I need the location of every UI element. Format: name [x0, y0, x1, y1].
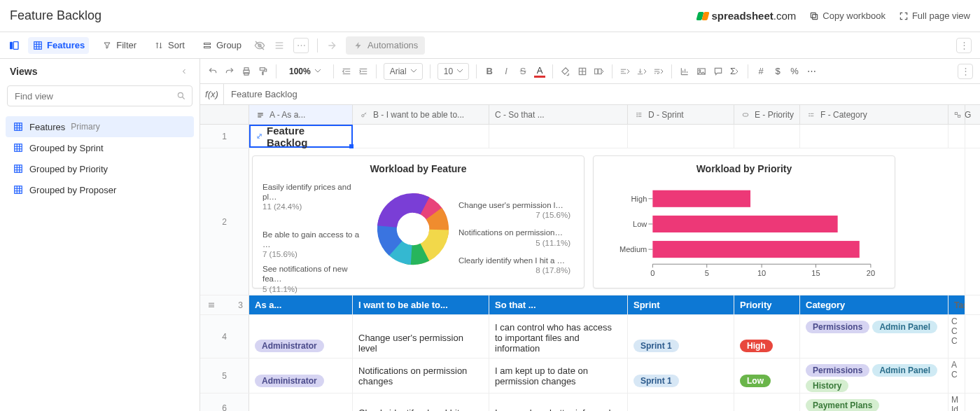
toolbar-more-icon[interactable]: ⋮	[956, 38, 972, 53]
table-header[interactable]: So that ...	[489, 295, 628, 314]
cell[interactable]: Notifications on permission changes	[353, 358, 489, 393]
bold-icon[interactable]: B	[484, 66, 495, 77]
cell[interactable]: Change user's permission level	[353, 315, 489, 358]
cell[interactable]	[249, 393, 353, 411]
indent-increase-icon[interactable]	[358, 66, 369, 77]
cell[interactable]: Clearly identify when I hit a	[353, 393, 489, 411]
cell[interactable]: AC	[948, 358, 965, 393]
column-header-f[interactable]: F - Category	[800, 105, 948, 124]
cell[interactable]: I can control who has access to importan…	[489, 315, 628, 358]
brand-logo[interactable]: spreadsheet.com	[697, 10, 796, 22]
cell[interactable]	[489, 125, 628, 148]
column-header-a[interactable]: A - As a...	[249, 105, 353, 124]
collapse-sidebar-icon[interactable]	[178, 66, 190, 77]
zoom-select[interactable]: 100%	[284, 63, 326, 80]
row-number[interactable]: 4	[200, 315, 249, 358]
redo-icon[interactable]	[224, 66, 235, 77]
merge-cells-icon[interactable]	[594, 66, 605, 77]
row-height-icon[interactable]	[274, 40, 285, 51]
more-options-icon[interactable]: ⋯	[293, 38, 309, 53]
hash-icon[interactable]: #	[755, 66, 766, 77]
filter-button[interactable]: Filter	[97, 37, 141, 54]
column-header-g[interactable]: G	[948, 105, 965, 124]
full-page-view-button[interactable]: Full page view	[898, 11, 970, 22]
fx-value[interactable]: Feature Backlog	[224, 89, 980, 99]
sidebar-item-grouped-proposer[interactable]: Grouped by Proposer	[6, 179, 194, 200]
cell[interactable]: MId	[948, 393, 965, 411]
table-header[interactable]: As a...	[249, 295, 353, 314]
cell[interactable]: Sprint 1	[628, 315, 734, 358]
column-header-c[interactable]: C - So that ...	[489, 105, 628, 124]
sidebar-item-grouped-sprint[interactable]: Grouped by Sprint	[6, 137, 194, 158]
cell[interactable]	[628, 125, 734, 148]
copy-workbook-button[interactable]: Copy workbook	[808, 11, 886, 22]
fill-color-icon[interactable]	[560, 66, 571, 77]
undo-icon[interactable]	[207, 66, 218, 77]
font-select[interactable]: Arial	[384, 63, 423, 80]
cell[interactable]	[800, 125, 948, 148]
column-header-d[interactable]: D - Sprint	[628, 105, 734, 124]
table-header[interactable]: Sprint	[628, 295, 734, 314]
action-icon[interactable]	[326, 40, 337, 51]
row-number[interactable]: 3	[200, 295, 249, 314]
find-view-input[interactable]	[7, 85, 192, 106]
wrap-icon[interactable]	[653, 66, 664, 77]
column-header-b[interactable]: B - I want to be able to...	[353, 105, 489, 124]
chart-icon[interactable]	[679, 66, 690, 77]
row-number[interactable]: 1	[200, 125, 249, 148]
cell[interactable]	[734, 393, 800, 411]
image-icon[interactable]	[696, 66, 707, 77]
cell[interactable]: I am kept up to date on permission chang…	[489, 358, 628, 393]
cell[interactable]: I can make a better informed	[489, 393, 628, 411]
cell[interactable]	[628, 393, 734, 411]
cell[interactable]: Administrator	[249, 315, 353, 358]
sidebar-item-grouped-priority[interactable]: Grouped by Priority	[6, 158, 194, 179]
sigma-icon[interactable]: Σ	[729, 66, 741, 77]
cell[interactable]: Payment Plans	[800, 393, 948, 411]
table-header[interactable]: Tas	[948, 295, 965, 314]
table-header[interactable]: Priority	[734, 295, 800, 314]
strikethrough-icon[interactable]: S	[517, 66, 528, 77]
row-number[interactable]: 5	[200, 358, 249, 393]
percent-icon[interactable]: %	[789, 66, 800, 77]
cell[interactable]	[353, 125, 489, 148]
panel-toggle-icon[interactable]	[8, 40, 20, 51]
borders-icon[interactable]	[577, 66, 588, 77]
align-v-icon[interactable]	[636, 66, 648, 77]
indent-decrease-icon[interactable]	[341, 66, 352, 77]
fmtbar-more-icon[interactable]: ⋮	[958, 64, 973, 79]
automations-button[interactable]: Automations	[346, 36, 425, 55]
cell[interactable]: Low	[734, 358, 800, 393]
cell[interactable]: CCC	[948, 315, 965, 358]
comment-icon[interactable]	[713, 66, 724, 77]
cell[interactable]	[734, 125, 800, 148]
sidebar-item-features[interactable]: Features Primary	[6, 116, 194, 137]
cell[interactable]: Administrator	[249, 358, 353, 393]
hide-icon[interactable]	[254, 40, 265, 51]
cell[interactable]: PermissionsAdmin Panel	[800, 315, 948, 358]
group-button[interactable]: Group	[197, 37, 246, 54]
column-header-e[interactable]: E - Priority	[734, 105, 800, 124]
table-header[interactable]: I want to be able to...	[353, 295, 489, 314]
cell[interactable]: Sprint 1	[628, 358, 734, 393]
currency-icon[interactable]: $	[772, 66, 783, 77]
italic-icon[interactable]: I	[500, 66, 512, 77]
cell[interactable]	[948, 125, 965, 148]
table-header[interactable]: Category	[800, 295, 948, 314]
print-icon[interactable]	[241, 66, 252, 77]
sort-button[interactable]: Sort	[149, 37, 189, 54]
cell[interactable]: PermissionsAdmin PanelHistory	[800, 358, 948, 393]
cell[interactable]: High	[734, 315, 800, 358]
svg-rect-0	[813, 14, 818, 19]
paint-format-icon[interactable]	[258, 66, 269, 77]
font-size-select[interactable]: 10	[438, 63, 469, 80]
more-formatting-icon[interactable]: ⋯	[806, 66, 817, 77]
text-color-icon[interactable]: A	[534, 65, 545, 78]
cell-charts[interactable]: Workload by Feature Easily identify pric…	[249, 148, 965, 295]
row-number[interactable]: 2	[200, 148, 249, 295]
expand-icon[interactable]: ⤢	[256, 132, 262, 141]
align-h-icon[interactable]	[620, 66, 631, 77]
cell-a1[interactable]: ⤢ Feature Backlog	[249, 125, 353, 148]
features-view-button[interactable]: Features	[28, 37, 89, 54]
row-number[interactable]: 6	[200, 393, 249, 411]
